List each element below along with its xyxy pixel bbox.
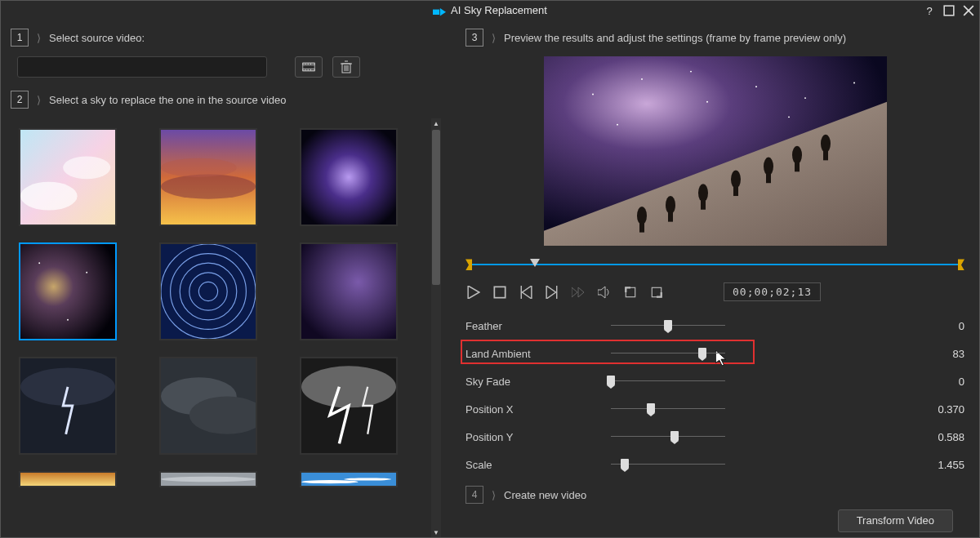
chevron-icon: ⟩ xyxy=(492,489,496,501)
svg-rect-2 xyxy=(944,6,954,16)
sky-thumbnail[interactable] xyxy=(19,242,117,340)
body: 1 ⟩ Select source video: 2 ⟩ Select a sk… xyxy=(1,20,979,537)
sky-thumbnail[interactable] xyxy=(159,128,257,226)
slider-label: Position Y xyxy=(466,431,611,443)
play-button[interactable] xyxy=(466,284,482,300)
slider-track[interactable] xyxy=(611,320,725,331)
sky-thumbnail[interactable] xyxy=(19,128,117,226)
sky-thumbnail[interactable] xyxy=(19,357,117,455)
film-strip-icon xyxy=(302,60,315,73)
svg-rect-5 xyxy=(303,63,314,71)
sky-thumbnail[interactable] xyxy=(300,128,398,226)
slider-scale: Scale1.455 xyxy=(466,455,964,474)
close-button[interactable] xyxy=(963,5,974,16)
svg-rect-26 xyxy=(301,130,396,225)
help-button[interactable]: ? xyxy=(924,5,935,16)
maximize-button[interactable] xyxy=(943,5,955,16)
svg-point-50 xyxy=(344,478,391,480)
preview-timeline[interactable] xyxy=(466,257,964,271)
step-2-header: 2 ⟩ Select a sky to replace the one in t… xyxy=(11,91,441,109)
svg-rect-20 xyxy=(20,130,115,225)
sky-thumbnail[interactable] xyxy=(300,471,398,487)
sky-thumbnail[interactable] xyxy=(159,357,257,455)
slider-handle[interactable] xyxy=(698,348,706,358)
step-3-number: 3 xyxy=(466,29,483,47)
timecode-display[interactable]: 00;00;02;13 xyxy=(724,282,821,301)
step-1-header: 1 ⟩ Select source video: xyxy=(11,29,441,47)
svg-point-24 xyxy=(161,175,256,199)
scroll-down-icon[interactable]: ▼ xyxy=(431,527,441,537)
chevron-icon: ⟩ xyxy=(37,94,41,106)
slider-track[interactable] xyxy=(611,348,725,359)
svg-point-53 xyxy=(641,78,643,80)
slider-value: 0 xyxy=(915,376,964,388)
svg-point-54 xyxy=(706,101,708,103)
app-window: AI Sky Replacement ? 1 ⟩ Select source v… xyxy=(0,0,980,538)
slider-value: 1.455 xyxy=(915,459,964,471)
slider-track[interactable] xyxy=(611,376,725,387)
slider-position_y: Position Y0.588 xyxy=(466,427,964,447)
mark-out-button[interactable] xyxy=(648,284,665,300)
browse-video-button[interactable] xyxy=(295,56,323,78)
right-panel: 3 ⟩ Preview the results and adjust the s… xyxy=(451,20,979,537)
slider-handle[interactable] xyxy=(664,320,672,330)
scrollbar-handle[interactable] xyxy=(432,130,440,285)
transform-video-button[interactable]: Transform Video xyxy=(838,509,953,532)
titlebar: AI Sky Replacement ? xyxy=(1,1,979,20)
svg-marker-83 xyxy=(578,287,584,297)
step-back-button[interactable] xyxy=(518,284,534,300)
svg-rect-27 xyxy=(20,244,115,339)
sky-thumbnail[interactable] xyxy=(159,471,257,487)
stop-button[interactable] xyxy=(492,284,508,300)
svg-rect-77 xyxy=(494,287,505,297)
adjustment-sliders: Feather0Land Ambient83Sky Fade0Position … xyxy=(466,316,964,474)
left-panel: 1 ⟩ Select source video: 2 ⟩ Select a sk… xyxy=(1,20,451,537)
svg-point-57 xyxy=(853,82,855,84)
scroll-up-icon[interactable]: ▲ xyxy=(431,118,441,128)
svg-rect-65 xyxy=(668,211,673,222)
slider-feather: Feather0 xyxy=(466,316,964,336)
svg-rect-45 xyxy=(20,473,115,486)
svg-rect-63 xyxy=(639,222,644,233)
slider-handle[interactable] xyxy=(670,431,679,441)
svg-point-25 xyxy=(161,158,237,177)
slider-handle[interactable] xyxy=(647,403,655,413)
sky-thumbnail[interactable] xyxy=(300,242,398,340)
chevron-icon: ⟩ xyxy=(492,32,496,44)
slider-handle[interactable] xyxy=(621,459,629,469)
sky-thumbnail[interactable] xyxy=(159,242,257,340)
slider-track[interactable] xyxy=(611,431,725,442)
svg-rect-6 xyxy=(303,63,314,64)
timeline-out-marker[interactable] xyxy=(958,259,964,270)
delete-source-button[interactable] xyxy=(332,56,360,78)
volume-button[interactable] xyxy=(596,284,612,300)
timeline-in-marker[interactable] xyxy=(466,259,472,270)
source-path-input[interactable] xyxy=(17,56,267,78)
svg-point-60 xyxy=(788,116,790,118)
mark-in-button[interactable] xyxy=(622,284,639,300)
gallery-scrollbar[interactable]: ▲ ▼ xyxy=(431,118,441,537)
preview-viewport[interactable] xyxy=(544,56,887,246)
timeline-playhead[interactable] xyxy=(530,259,540,269)
chevron-icon: ⟩ xyxy=(37,32,41,44)
sky-thumbnail[interactable] xyxy=(19,471,117,487)
svg-point-59 xyxy=(690,71,692,73)
source-row xyxy=(11,56,441,78)
slider-track[interactable] xyxy=(611,459,725,470)
slider-value: 83 xyxy=(915,348,964,360)
svg-rect-69 xyxy=(733,185,738,196)
step-4-header: 4 ⟩ Create new video xyxy=(466,486,964,504)
sky-thumbnail[interactable] xyxy=(300,357,398,455)
slider-track[interactable] xyxy=(611,403,725,415)
slider-handle[interactable] xyxy=(607,376,615,385)
svg-rect-7 xyxy=(303,69,314,70)
svg-point-39 xyxy=(20,368,115,406)
svg-marker-82 xyxy=(572,287,577,297)
preview-image xyxy=(544,56,887,246)
transform-video-label: Transform Video xyxy=(857,514,934,527)
step-fwd-button[interactable] xyxy=(544,284,560,300)
svg-rect-85 xyxy=(626,287,635,296)
playback-controls: 00;00;02;13 xyxy=(466,282,964,301)
window-buttons: ? xyxy=(924,1,974,20)
fast-fwd-button[interactable] xyxy=(570,284,586,300)
